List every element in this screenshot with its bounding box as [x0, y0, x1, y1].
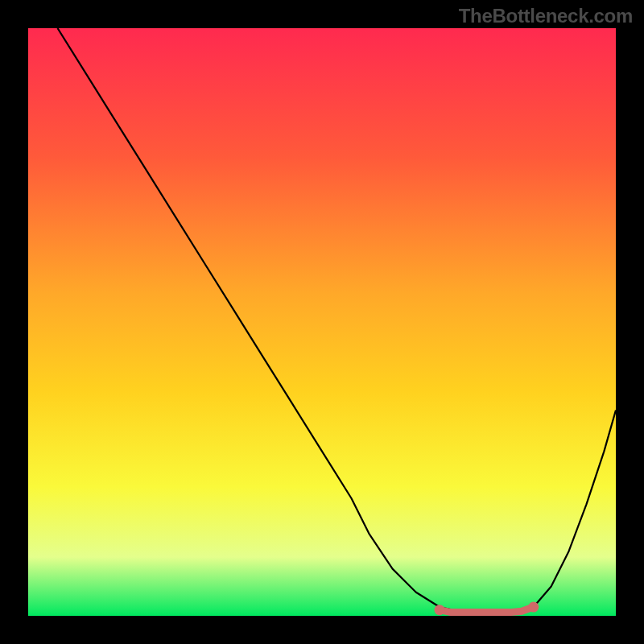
chart-svg	[28, 28, 616, 616]
watermark-text: TheBottleneck.com	[459, 5, 633, 27]
optimum-band-endpoint	[528, 602, 539, 613]
chart-frame: TheBottleneck.com	[0, 0, 644, 644]
gradient-background	[28, 28, 616, 616]
plot-area	[28, 28, 616, 616]
optimum-band-endpoint	[435, 605, 445, 615]
